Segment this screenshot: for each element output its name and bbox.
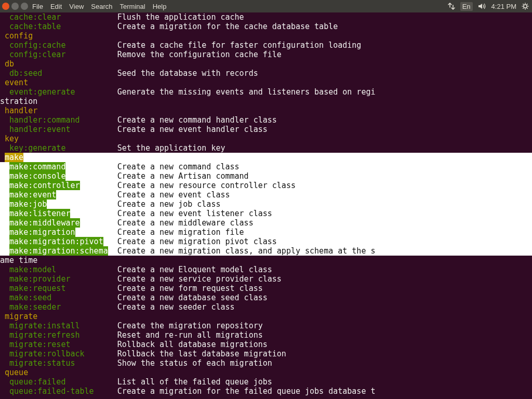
artisan-command: cache:clear [9, 12, 61, 22]
clock[interactable]: 4:21 PM [491, 3, 516, 10]
svg-line-7 [527, 4, 527, 4]
command-description: Create a new database seed class [117, 293, 268, 302]
terminal-command-line: config:cache Create a cache file for fas… [0, 41, 532, 50]
terminal-command-line: db:seed Seed the database with records [0, 69, 532, 78]
command-group: queue [0, 368, 28, 377]
artisan-command: make:job [9, 200, 47, 209]
command-description: Create a new event handler class [117, 125, 268, 134]
window-minimize-button[interactable] [11, 3, 19, 10]
command-description: Show the status of each migration [117, 358, 272, 368]
menu-items: File Edit View Search Terminal Help [32, 3, 166, 10]
terminal-command-line: config:clear Remove the configuration ca… [0, 50, 532, 59]
artisan-command: config:cache [9, 41, 65, 50]
artisan-command: make:request [9, 284, 65, 293]
artisan-command: db:seed [9, 69, 42, 78]
command-group: key [0, 134, 19, 143]
command-group: config [0, 31, 33, 41]
command-description: Create a new migration file [117, 228, 244, 237]
terminal-command-line: queue:failed-table Create a migration fo… [0, 387, 532, 396]
artisan-command: migrate:rollback [9, 349, 85, 358]
terminal-command-line: make:console Create a new Artisan comman… [0, 171, 532, 181]
terminal-command-line: make:command Create a new command class [0, 162, 532, 171]
command-description: Rollback the last database migration [117, 349, 286, 358]
command-description: Create a new migration pivot class [117, 237, 277, 246]
terminal-command-line: queue:failed List all of the failed queu… [0, 377, 532, 387]
system-tray: En 4:21 PM [448, 0, 529, 12]
window-buttons [2, 3, 28, 10]
artisan-command: make:migration:pivot [9, 237, 103, 246]
command-description: Create the migration repository [117, 321, 263, 330]
terminal-group-line: migrate [0, 312, 532, 321]
terminal-viewport[interactable]: cache:clear Flush the application cache … [0, 12, 532, 399]
terminal-command-line: make:migration:pivot Create a new migrat… [0, 237, 532, 246]
menu-search[interactable]: Search [91, 3, 112, 10]
artisan-command: make:migration [9, 228, 75, 237]
terminal-command-line: make:seed Create a new database seed cla… [0, 293, 532, 302]
artisan-command: make:seed [9, 293, 51, 302]
command-description: Create a migration for the failed queue … [117, 387, 376, 396]
terminal-command-line: migrate:refresh Reset and re-run all mig… [0, 330, 532, 340]
command-description: Create a new seeder class [117, 302, 235, 312]
artisan-command: migrate:refresh [9, 330, 79, 340]
artisan-command: handler:event [9, 125, 70, 134]
terminal-group-line: handler [0, 106, 532, 115]
terminal-command-line: make:request Create a new form request c… [0, 284, 532, 293]
svg-line-6 [527, 8, 527, 8]
terminal-command-line: cache:clear Flush the application cache [0, 12, 532, 22]
terminal-command-line: migrate:reset Rollback all database migr… [0, 340, 532, 349]
artisan-command: key:generate [9, 143, 65, 153]
menu-terminal[interactable]: Terminal [120, 3, 145, 10]
terminal-command-line: make:middleware Create a new middleware … [0, 218, 532, 228]
command-description: Create a new job class [117, 200, 221, 209]
command-description: Seed the database with records [117, 69, 258, 78]
terminal-command-line: make:listener Create a new event listene… [0, 209, 532, 218]
terminal-group-line: key [0, 134, 532, 143]
menu-file[interactable]: File [32, 3, 43, 10]
terminal-wrapped-line: ame time [0, 256, 532, 265]
artisan-command: migrate:install [9, 321, 79, 330]
command-description: Create a new middleware class [117, 218, 254, 228]
window-close-button[interactable] [2, 3, 9, 10]
terminal-command-line: make:seeder Create a new seeder class [0, 302, 532, 312]
artisan-command: make:controller [9, 181, 79, 190]
terminal-group-line: event [0, 78, 532, 87]
command-group: event [0, 78, 28, 87]
command-description: Create a new command handler class [117, 115, 277, 125]
command-description: Create a cache file for faster configura… [117, 41, 362, 50]
command-description: Remove the configuration cache file [117, 50, 282, 59]
gear-icon[interactable] [522, 3, 529, 10]
terminal-wrapped-line: stration [0, 97, 532, 106]
terminal-group-line: config [0, 31, 532, 41]
terminal-command-line: make:migration:schema Create a new migra… [0, 246, 532, 256]
menu-help[interactable]: Help [153, 3, 167, 10]
artisan-command: make:migration:schema [9, 246, 108, 256]
command-description: Reset and re-run all migrations [117, 330, 263, 340]
sound-icon[interactable] [478, 3, 486, 10]
command-description: Rollback all database migrations [117, 340, 268, 349]
command-description: Create a new resource controller class [117, 181, 296, 190]
command-group: migrate [0, 312, 37, 321]
command-description: Create a new Artisan command [117, 171, 249, 181]
artisan-command: make:middleware [9, 218, 79, 228]
menubar: File Edit View Search Terminal Help En 4… [0, 0, 532, 12]
command-description: Create a new Eloquent model class [117, 265, 272, 274]
terminal-selection: make:command Create a new command class … [0, 162, 532, 256]
artisan-command: migrate:status [9, 358, 75, 368]
command-group: handler [0, 106, 37, 115]
terminal-group-line: queue [0, 368, 532, 377]
terminal-group-line: make [0, 153, 532, 162]
artisan-command: make:command [9, 162, 65, 171]
artisan-command: make:provider [9, 274, 70, 284]
artisan-command: cache:table [9, 22, 61, 31]
menu-view[interactable]: View [69, 3, 84, 10]
window-maximize-button[interactable] [21, 3, 28, 10]
network-icon[interactable] [448, 3, 455, 10]
language-indicator[interactable]: En [460, 2, 473, 11]
terminal-command-line: migrate:rollback Rollback the last datab… [0, 349, 532, 358]
terminal-command-line: migrate:status Show the status of each m… [0, 358, 532, 368]
command-description: Set the application key [117, 143, 225, 153]
terminal-command-line: make:migration Create a new migration fi… [0, 228, 532, 237]
menu-edit[interactable]: Edit [50, 3, 62, 10]
artisan-command: make:console [9, 171, 65, 181]
terminal-command-line: make:provider Create a new service provi… [0, 274, 532, 284]
